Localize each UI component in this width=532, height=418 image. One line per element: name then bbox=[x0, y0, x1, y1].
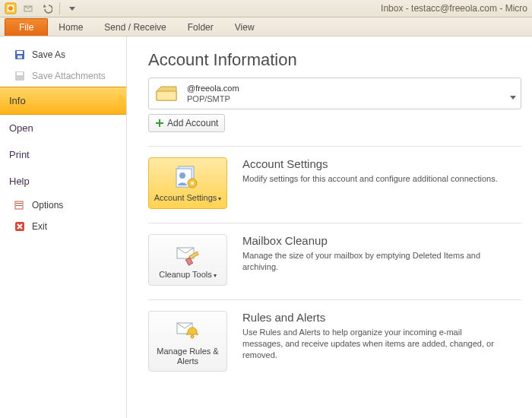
tab-file[interactable]: File bbox=[5, 18, 48, 36]
qat-separator bbox=[59, 2, 60, 14]
svg-rect-11 bbox=[16, 205, 22, 206]
save-icon bbox=[14, 49, 26, 61]
button-label: Manage Rules & Alerts bbox=[152, 347, 223, 366]
backstage: Save As Save Attachments Info Open Print… bbox=[0, 36, 532, 418]
qat-customize-icon[interactable] bbox=[65, 1, 80, 16]
chevron-down-icon: ▾ bbox=[218, 195, 221, 202]
account-email: @freeola.com bbox=[187, 83, 239, 93]
account-selector[interactable]: @freeola.com POP/SMTP bbox=[148, 78, 521, 109]
svg-point-24 bbox=[191, 335, 194, 338]
plus-icon bbox=[155, 119, 164, 128]
tab-view[interactable]: View bbox=[224, 19, 265, 36]
svg-point-19 bbox=[191, 182, 194, 185]
section-title: Mailbox Cleanup bbox=[242, 234, 501, 247]
account-text: @freeola.com POP/SMTP bbox=[187, 83, 239, 104]
nav-print[interactable]: Print bbox=[0, 141, 126, 168]
section-text: Rules and Alerts Use Rules and Alerts to… bbox=[242, 311, 501, 361]
svg-point-2 bbox=[8, 6, 13, 11]
account-settings-icon bbox=[152, 164, 223, 190]
nav-label: Save As bbox=[32, 49, 65, 60]
quick-access-toolbar bbox=[0, 1, 80, 16]
svg-point-17 bbox=[179, 173, 185, 179]
title-bar: Inbox - testacc@freeola.com - Micro bbox=[0, 0, 532, 17]
account-dropdown-icon[interactable] bbox=[510, 91, 516, 102]
separator bbox=[148, 146, 521, 147]
tab-folder[interactable]: Folder bbox=[177, 19, 224, 36]
nav-open[interactable]: Open bbox=[0, 115, 126, 141]
nav-label: Save Attachments bbox=[32, 71, 106, 81]
account-settings-button[interactable]: Account Settings▾ bbox=[148, 157, 227, 209]
nav-info[interactable]: Info bbox=[0, 87, 126, 115]
section-desc: Use Rules and Alerts to help organize yo… bbox=[242, 327, 501, 361]
nav-options[interactable]: Options bbox=[0, 195, 126, 216]
cleanup-tools-button[interactable]: Cleanup Tools▾ bbox=[148, 234, 227, 286]
svg-rect-14 bbox=[156, 122, 163, 124]
nav-exit[interactable]: Exit bbox=[0, 216, 126, 237]
outlook-icon[interactable] bbox=[3, 1, 18, 16]
svg-rect-10 bbox=[16, 203, 22, 204]
send-receive-icon[interactable] bbox=[21, 1, 36, 16]
nav-save-as[interactable]: Save As bbox=[0, 44, 126, 65]
ribbon-tabs: File Home Send / Receive Folder View bbox=[0, 17, 532, 36]
svg-rect-6 bbox=[17, 55, 22, 59]
nav-save-attachments: Save Attachments bbox=[0, 65, 126, 87]
account-type: POP/SMTP bbox=[187, 93, 239, 104]
save-attachments-icon bbox=[14, 70, 26, 82]
section-mailbox-cleanup: Cleanup Tools▾ Mailbox Cleanup Manage th… bbox=[148, 234, 521, 286]
chevron-down-icon bbox=[510, 96, 516, 100]
separator bbox=[148, 299, 521, 300]
nav-help[interactable]: Help bbox=[0, 168, 126, 195]
svg-rect-5 bbox=[17, 51, 23, 54]
window-title: Inbox - testacc@freeola.com - Micro bbox=[80, 3, 532, 14]
chevron-down-icon: ▾ bbox=[214, 272, 217, 279]
svg-rect-22 bbox=[185, 258, 192, 265]
nav-label: Info bbox=[9, 95, 26, 106]
separator bbox=[148, 223, 521, 223]
backstage-nav: Save As Save Attachments Info Open Print… bbox=[0, 36, 127, 418]
nav-label: Print bbox=[9, 149, 30, 160]
exit-icon bbox=[14, 220, 26, 233]
options-icon bbox=[14, 199, 26, 211]
page-title: Account Information bbox=[148, 50, 521, 70]
section-rules-alerts: Manage Rules & Alerts Rules and Alerts U… bbox=[148, 311, 521, 372]
nav-label: Help bbox=[9, 176, 30, 187]
manage-rules-button[interactable]: Manage Rules & Alerts bbox=[148, 311, 227, 372]
undo-icon[interactable] bbox=[40, 1, 55, 16]
nav-label: Options bbox=[32, 200, 63, 211]
rules-icon bbox=[152, 318, 223, 344]
mailbox-icon bbox=[155, 84, 179, 103]
section-desc: Manage the size of your mailbox by empty… bbox=[242, 250, 501, 273]
section-title: Rules and Alerts bbox=[242, 311, 501, 324]
backstage-content: Account Information @freeola.com POP/SMT… bbox=[127, 36, 532, 418]
tab-home[interactable]: Home bbox=[48, 19, 93, 36]
section-text: Mailbox Cleanup Manage the size of your … bbox=[242, 234, 501, 273]
section-title: Account Settings bbox=[242, 157, 498, 170]
svg-rect-8 bbox=[17, 72, 23, 75]
cleanup-icon bbox=[152, 241, 223, 267]
section-desc: Modify settings for this account and con… bbox=[242, 173, 498, 185]
button-label: Account Settings▾ bbox=[152, 193, 223, 204]
chevron-down-icon bbox=[69, 7, 75, 11]
tab-send-receive[interactable]: Send / Receive bbox=[93, 19, 176, 36]
section-text: Account Settings Modify settings for thi… bbox=[242, 157, 498, 185]
button-label: Cleanup Tools▾ bbox=[152, 270, 223, 280]
add-account-label: Add Account bbox=[167, 118, 218, 128]
section-account-settings: Account Settings▾ Account Settings Modif… bbox=[148, 157, 521, 209]
nav-label: Exit bbox=[32, 221, 47, 232]
add-account-button[interactable]: Add Account bbox=[148, 114, 225, 132]
nav-label: Open bbox=[9, 122, 33, 134]
